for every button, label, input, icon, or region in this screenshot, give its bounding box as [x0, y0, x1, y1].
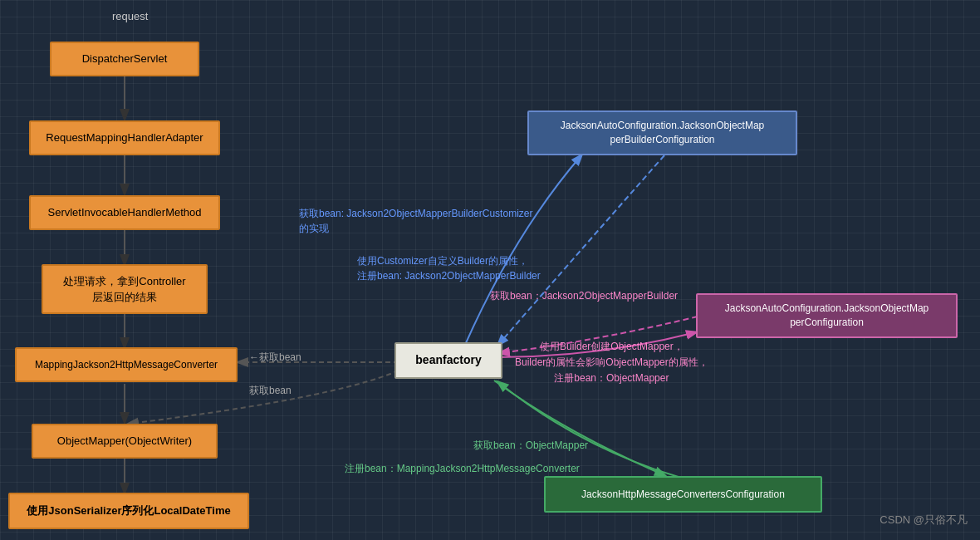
node-jackson-auto-blue: JacksonAutoConfiguration.JacksonObjectMa… — [527, 110, 797, 155]
label-register-mapping: 注册bean：MappingJackson2HttpMessageConvert… — [345, 462, 580, 476]
node-jackson-auto-pink: JacksonAutoConfiguration.JacksonObjectMa… — [696, 293, 958, 338]
node-request-mapping: RequestMappingHandlerAdapter — [29, 120, 220, 155]
watermark: CSDN @只俗不凡 — [880, 513, 968, 528]
node-dispatcher: DispatcherServlet — [50, 42, 199, 76]
node-use-json-serializer: 使用JsonSerializer序列化LocalDateTime — [8, 493, 249, 529]
node-object-mapper: ObjectMapper(ObjectWriter) — [32, 424, 218, 459]
label-use-builder: 使用Builder创建ObjectMapper，Builder的属性会影响Obj… — [515, 339, 708, 387]
node-servlet-invocable: ServletInvocableHandlerMethod — [29, 195, 220, 230]
label-customizer-register: 使用Customizer自定义Builder的属性，注册bean: Jackso… — [357, 253, 541, 283]
label-get-bean-builder: 获取bean：Jackson2ObjectMapperBuilder — [490, 289, 678, 303]
label-get-bean-left2: 获取bean — [249, 384, 292, 398]
node-jackson-http-msg: JacksonHttpMessageConvertersConfiguratio… — [544, 476, 822, 513]
node-beanfactory: beanfactory — [394, 342, 502, 379]
request-label: request — [112, 10, 148, 22]
node-process-request: 处理请求，拿到Controller层返回的结果 — [42, 264, 208, 314]
label-get-bean-left1: ←获取bean — [249, 351, 301, 365]
label-get-bean-customizer: 获取bean: Jackson2ObjectMapperBuilderCusto… — [299, 206, 532, 236]
label-get-bean-objectmapper: 获取bean：ObjectMapper — [473, 439, 588, 453]
diagram-container: request DispatcherServlet RequestMapping… — [0, 0, 980, 540]
node-mapping-jackson: MappingJackson2HttpMessageConverter — [15, 347, 238, 382]
